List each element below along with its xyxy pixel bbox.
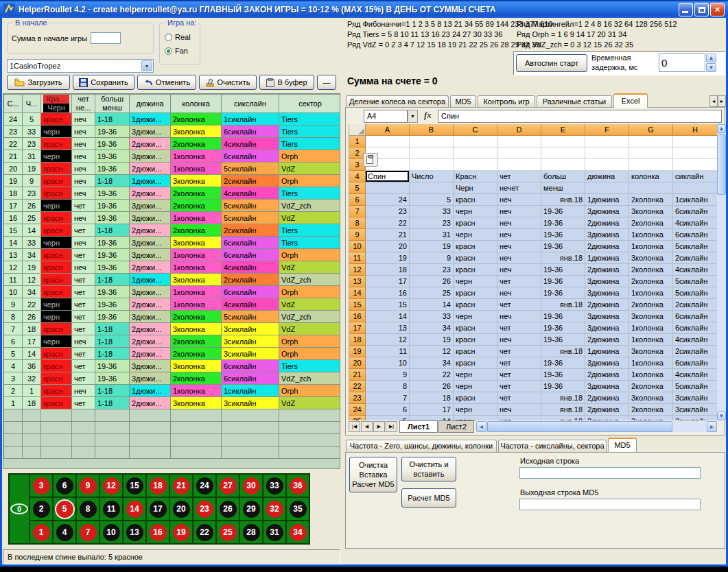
tab-scroll-right-button[interactable]: ► — [718, 95, 726, 107]
cell-sixline[interactable]: 6сиклайн — [222, 286, 279, 298]
cell-sector[interactable]: Tiers — [279, 360, 341, 372]
cell-column[interactable]: 3колонка — [171, 397, 222, 409]
cell-number[interactable]: 26 — [23, 200, 41, 212]
excel-cell[interactable]: 19-36 — [541, 334, 585, 346]
excel-cell[interactable]: неч — [497, 264, 541, 276]
cell-parity[interactable]: чет — [72, 249, 95, 261]
cell-parity[interactable]: чет — [72, 200, 95, 212]
cell-sixline[interactable]: 6сиклайн — [222, 372, 279, 385]
cell-range[interactable]: 19-36 — [95, 212, 130, 224]
empty-cell[interactable] — [72, 409, 95, 422]
empty-cell[interactable] — [130, 446, 171, 459]
cell-dozen[interactable]: 2дюжи... — [130, 397, 171, 409]
cell-spin[interactable]: 7 — [4, 323, 23, 335]
excel-cell[interactable] — [629, 182, 673, 194]
excel-cell[interactable]: неч — [497, 241, 541, 252]
roulette-number[interactable]: 8 — [76, 497, 99, 521]
roulette-number[interactable]: 34 — [286, 521, 309, 544]
excel-cell[interactable]: чет — [497, 416, 541, 420]
cell-dozen[interactable]: 2дюжи... — [130, 224, 171, 237]
excel-cell[interactable] — [454, 147, 497, 159]
excel-row-header[interactable]: 22 — [349, 381, 366, 392]
excel-cell[interactable]: 2дюжина — [585, 416, 629, 420]
cell-range[interactable]: 1-18 — [95, 323, 130, 335]
load-button[interactable]: Загрузить — [7, 75, 70, 90]
excel-cell[interactable]: янв.18 — [541, 194, 585, 206]
cell-color[interactable]: черн — [41, 150, 72, 163]
roulette-zero[interactable]: 0 — [9, 474, 30, 544]
empty-cell[interactable] — [279, 434, 341, 446]
excel-cell[interactable]: неч — [497, 206, 541, 217]
empty-cell[interactable] — [279, 422, 341, 434]
scroll-left-button[interactable]: ◄ — [476, 421, 486, 432]
cell-dozen[interactable]: 2дюжи... — [130, 163, 171, 175]
excel-cell[interactable]: нечет — [497, 182, 541, 194]
empty-cell[interactable] — [130, 434, 171, 446]
roulette-number[interactable]: 28 — [239, 521, 263, 544]
cell-sixline[interactable]: 4сиклайн — [222, 138, 279, 150]
cell-sixline[interactable]: 3сиклайн — [222, 397, 279, 409]
cell-name-box[interactable]: A4 — [364, 110, 408, 123]
empty-cell[interactable] — [72, 434, 95, 446]
cell-sector[interactable]: VdZ_zch — [279, 274, 341, 286]
cell-sector[interactable]: VdZ — [279, 212, 341, 224]
excel-cell[interactable]: дюжина — [585, 171, 629, 182]
excel-cell[interactable]: 17 — [366, 276, 410, 287]
cell-range[interactable]: 19-36 — [95, 286, 130, 298]
cell-color[interactable]: красн — [41, 274, 72, 286]
roulette-number[interactable]: 19 — [169, 521, 193, 544]
excel-row-header[interactable]: 25 — [349, 416, 366, 420]
empty-cell[interactable] — [171, 434, 222, 446]
cell-parity[interactable]: чет — [72, 360, 95, 372]
excel-cell[interactable]: 19-36 — [541, 229, 585, 241]
excel-cell[interactable]: 5сиклайн — [673, 276, 717, 287]
md5-clear-and-paste-button[interactable]: Очистить и вставить — [401, 457, 456, 481]
empty-cell[interactable] — [72, 422, 95, 434]
cell-sector[interactable]: Tiers — [279, 224, 341, 237]
excel-cell[interactable]: 25 — [410, 287, 454, 299]
excel-row-header[interactable]: 7 — [349, 206, 366, 217]
cell-sector[interactable]: Orph — [279, 175, 341, 187]
cell-spin[interactable]: 24 — [4, 113, 23, 126]
tab-game-control[interactable]: Контроль игр — [478, 95, 535, 108]
excel-cell[interactable]: 1колонка — [629, 229, 673, 241]
cell-sector[interactable]: VdZ_zch — [279, 200, 341, 212]
empty-cell[interactable] — [95, 422, 130, 434]
tab-scroll-left-button[interactable]: ◄ — [709, 95, 718, 107]
empty-cell[interactable] — [279, 409, 341, 422]
empty-cell[interactable] — [171, 422, 222, 434]
excel-cell[interactable]: 19-36 — [541, 206, 585, 217]
excel-row-header[interactable]: 21 — [349, 369, 366, 381]
roulette-number[interactable]: 29 — [239, 497, 263, 521]
cell-spin[interactable]: 8 — [4, 311, 23, 323]
excel-cell[interactable]: 14 — [410, 299, 454, 311]
excel-cell[interactable]: 3колонка — [629, 346, 673, 357]
excel-row-header[interactable]: 17 — [349, 322, 366, 334]
maximize-button[interactable] — [694, 3, 709, 16]
excel-cell[interactable]: 1колонка — [629, 357, 673, 369]
excel-row-header[interactable]: 19 — [349, 346, 366, 357]
excel-col-header[interactable]: G — [629, 124, 673, 136]
cell-color[interactable]: красн — [41, 286, 72, 298]
excel-cell[interactable] — [585, 147, 629, 159]
cell-column[interactable]: 3колонка — [171, 274, 222, 286]
cell-sector[interactable]: VdZ — [279, 323, 341, 335]
excel-cell[interactable]: колонка — [629, 171, 673, 182]
cell-sixline[interactable]: 5сиклайн — [222, 200, 279, 212]
excel-cell[interactable]: Число — [410, 171, 454, 182]
cell-column[interactable]: 2колонка — [171, 138, 222, 150]
scroll-down-button[interactable]: ▼ — [717, 412, 726, 420]
cell-number[interactable]: 18 — [23, 397, 41, 409]
empty-cell[interactable] — [41, 446, 72, 459]
cell-parity[interactable]: чет — [72, 286, 95, 298]
cell-parity[interactable]: чет — [72, 224, 95, 237]
excel-row-header[interactable]: 5 — [349, 182, 366, 194]
cell-dozen[interactable]: 3дюжи... — [130, 360, 171, 372]
excel-cell[interactable]: красн — [454, 357, 497, 369]
excel-cell[interactable]: 3дюжина — [585, 287, 629, 299]
excel-col-header[interactable]: C — [454, 124, 497, 136]
cell-parity[interactable]: неч — [72, 175, 95, 187]
excel-cell[interactable]: 22 — [366, 217, 410, 229]
excel-cell[interactable] — [541, 159, 585, 171]
roulette-number[interactable]: 10 — [99, 521, 123, 544]
